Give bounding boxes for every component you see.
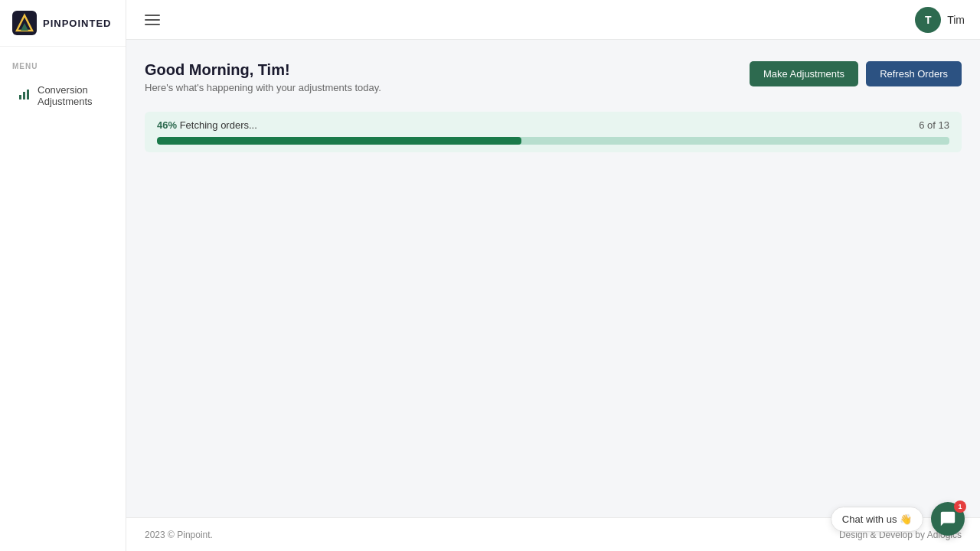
hamburger-line-1 [145,15,160,16]
progress-section: 46% Fetching orders... 6 of 13 [145,112,962,152]
content-header: Good Morning, Tim! Here's what's happeni… [145,61,962,93]
svg-rect-4 [23,92,25,99]
sidebar-item-label: Conversion Adjustments [38,84,107,107]
progress-percent: 46% [157,119,177,131]
make-adjustments-button[interactable]: Make Adjustments [750,61,858,86]
topbar: T Tim [126,0,980,40]
progress-label: 46% Fetching orders... [157,119,257,131]
progress-bar-fill [157,137,521,145]
user-name: Tim [947,14,965,26]
sidebar-item-conversion-adjustments[interactable]: Conversion Adjustments [6,77,119,115]
greeting-block: Good Morning, Tim! Here's what's happeni… [145,61,381,93]
chat-widget: Chat with us 👋 1 [831,502,965,536]
progress-header: 46% Fetching orders... 6 of 13 [157,119,949,131]
hamburger-button[interactable] [142,11,163,28]
avatar: T [915,7,941,33]
page-content: Good Morning, Tim! Here's what's happeni… [126,40,980,517]
action-buttons: Make Adjustments Refresh Orders [750,61,962,86]
svg-rect-5 [27,90,29,99]
progress-count: 6 of 13 [919,119,949,131]
progress-bar-background [157,137,949,145]
chat-icon [939,510,956,527]
hamburger-line-2 [145,19,160,21]
chat-label: Chat with us 👋 [831,507,923,532]
greeting-subtitle: Here's what's happening with your adjust… [145,82,381,93]
logo-icon [12,11,37,35]
logo[interactable]: PINPOINTED [0,0,126,47]
svg-rect-3 [19,95,21,99]
user-menu[interactable]: T Tim [915,7,965,33]
main-area: T Tim Good Morning, Tim! Here's what's h… [126,0,980,551]
sidebar: PINPOINTED MENU Conversion Adjustments [0,0,126,551]
logo-text: PINPOINTED [43,18,111,29]
refresh-orders-button[interactable]: Refresh Orders [866,61,962,86]
progress-status-text: Fetching orders... [180,119,257,131]
greeting-title: Good Morning, Tim! [145,61,381,79]
menu-label: MENU [0,47,126,77]
hamburger-line-3 [145,24,160,25]
chat-badge: 1 [954,500,966,513]
bar-chart-icon [18,89,30,103]
chat-button[interactable]: 1 [931,502,965,536]
footer-copyright: 2023 © Pinpoint. [145,530,213,540]
